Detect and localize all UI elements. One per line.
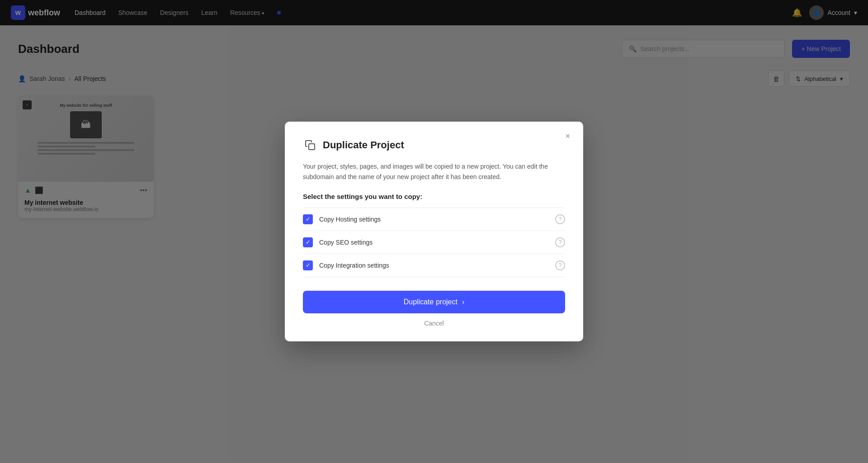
modal-section-title: Select the settings you want to copy: — [303, 193, 565, 200]
help-seo-icon[interactable]: ? — [555, 237, 565, 247]
checkbox-hosting[interactable]: ✓ — [303, 214, 313, 224]
duplicate-project-button[interactable]: Duplicate project › — [303, 291, 565, 313]
help-hosting-icon[interactable]: ? — [555, 214, 565, 224]
duplicate-btn-arrow-icon: › — [462, 298, 464, 306]
duplicate-icon — [303, 138, 317, 152]
duplicate-btn-label: Duplicate project — [404, 298, 458, 306]
cancel-button[interactable]: Cancel — [424, 320, 444, 327]
checkbox-hosting-left: ✓ Copy Hosting settings — [303, 214, 381, 224]
help-integration-icon[interactable]: ? — [555, 260, 565, 270]
checkbox-integration-label: Copy Integration settings — [319, 262, 389, 269]
modal-actions: Duplicate project › Cancel — [303, 291, 565, 327]
checkbox-seo-left: ✓ Copy SEO settings — [303, 237, 373, 247]
checkbox-hosting-label: Copy Hosting settings — [319, 216, 381, 223]
checkbox-row-hosting: ✓ Copy Hosting settings ? — [303, 208, 565, 231]
modal-overlay[interactable]: Duplicate Project × Your project, styles… — [0, 0, 868, 463]
modal-description: Your project, styles, pages, and images … — [303, 161, 565, 182]
modal-header: Duplicate Project — [303, 138, 565, 152]
checkbox-integration-left: ✓ Copy Integration settings — [303, 260, 389, 270]
svg-rect-0 — [309, 144, 315, 150]
checkbox-integration[interactable]: ✓ — [303, 260, 313, 270]
modal-title: Duplicate Project — [323, 139, 404, 151]
modal-close-button[interactable]: × — [561, 130, 574, 142]
checkbox-seo[interactable]: ✓ — [303, 237, 313, 247]
checkbox-row-seo: ✓ Copy SEO settings ? — [303, 231, 565, 254]
checkbox-seo-label: Copy SEO settings — [319, 239, 373, 246]
checkbox-row-integration: ✓ Copy Integration settings ? — [303, 254, 565, 277]
duplicate-project-modal: Duplicate Project × Your project, styles… — [285, 122, 583, 341]
